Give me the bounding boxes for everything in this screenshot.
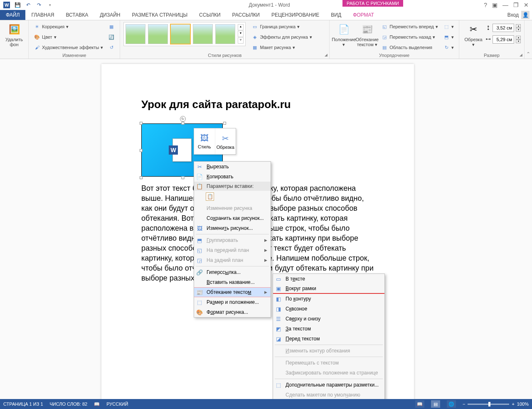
tab-view[interactable]: ВИД (325, 10, 347, 20)
reset-pic-button[interactable]: ↺ (106, 43, 116, 52)
height-input[interactable] (493, 24, 514, 32)
handle-tl[interactable] (140, 122, 143, 125)
send-back-icon: ◲ (381, 34, 388, 40)
view-web-layout[interactable]: 🌐 (447, 400, 456, 408)
color-button[interactable]: 🎨Цвет ▾ (32, 32, 105, 42)
zoom-value[interactable]: 100% (517, 402, 529, 407)
size-launcher-icon[interactable]: ◢ (520, 53, 522, 57)
ctx-format-picture[interactable]: 🎨Формат рисунка... (194, 307, 271, 317)
close-icon[interactable]: ✕ (524, 2, 529, 8)
style-thumb-1[interactable] (126, 24, 145, 44)
wrap-square[interactable]: ▣Вокруг рамки (273, 284, 384, 294)
wrap-text-button[interactable]: 📰 Обтекание текстом ▾ (356, 22, 378, 47)
height-up[interactable]: ▴ (516, 24, 521, 28)
collapse-ribbon[interactable]: ⌃ (525, 20, 532, 59)
style-thumb-5[interactable] (215, 24, 235, 44)
ribbon-display-icon[interactable]: ▣ (492, 2, 498, 8)
ctx-cut[interactable]: ✂Вырезать (194, 162, 271, 172)
send-backward-button[interactable]: ◲Переместить назад ▾ (379, 32, 440, 42)
ctx-copy[interactable]: 📄Копировать (194, 172, 271, 182)
rotate-button[interactable]: ↻▾ (441, 43, 456, 52)
ctx-wrap-text[interactable]: 📰Обтекание текстом▶ (194, 287, 271, 297)
zoom-in[interactable]: + (512, 402, 514, 407)
wrap-through[interactable]: ◨Сквозное (273, 304, 384, 314)
tab-review[interactable]: РЕЦЕНЗИРОВАНИЕ (266, 10, 325, 20)
artistic-effects-button[interactable]: 🖌Художественные эффекты ▾ (32, 43, 105, 52)
remove-background-button[interactable]: 🖼️ Удалить фон (3, 22, 25, 47)
styles-gallery[interactable]: ▴ ▾ ▿ (123, 22, 246, 46)
tab-mailings[interactable]: РАССЫЛКИ (227, 10, 266, 20)
ctx-hyperlink[interactable]: 🔗Гиперссылка... (194, 267, 271, 277)
wrap-top-bottom[interactable]: ☰Сверху и снизу (273, 314, 384, 324)
undo-icon[interactable]: ↶ (23, 0, 33, 10)
group-button[interactable]: ⬒▾ (441, 32, 456, 42)
width-input-row: ⭤ ▴▾ (486, 35, 521, 44)
word-icon: W (2, 0, 12, 10)
group-label-adjust: Изменение (32, 53, 116, 58)
height-down[interactable]: ▾ (516, 28, 521, 32)
help-icon[interactable]: ? (484, 2, 487, 8)
crop-button[interactable]: ✂ Обрезка ▾ (463, 22, 484, 47)
wrap-inline[interactable]: ▭В тексте (273, 274, 384, 284)
status-page[interactable]: СТРАНИЦА 1 ИЗ 1 (3, 402, 43, 407)
ctx-change-picture[interactable]: 🖼Изменить рисунок... (194, 223, 271, 233)
compress-icon: ▦ (108, 23, 115, 30)
ctx-save-as-picture[interactable]: Сохранить как рисунок... (194, 213, 271, 223)
sign-in[interactable]: Вход 👤 (507, 10, 532, 20)
width-up[interactable]: ▴ (516, 36, 521, 39)
compress-pic-button[interactable]: ▦ (106, 22, 116, 31)
restore-icon[interactable]: ❐ (513, 2, 519, 8)
view-read-mode[interactable]: 📖 (415, 400, 424, 408)
tab-format[interactable]: ФОРМАТ (347, 10, 380, 20)
wrap-in-front[interactable]: ◪Перед текстом (273, 334, 384, 344)
handle-tc[interactable] (182, 122, 185, 125)
tab-design[interactable]: ДИЗАЙН (94, 10, 126, 20)
selection-pane-button[interactable]: ▤Область выделения (379, 43, 440, 52)
redo-icon[interactable]: ↷ (34, 0, 44, 10)
status-proofing-icon[interactable]: 📖 (94, 402, 100, 407)
ribbon: 🖼️ Удалить фон ☀Коррекция ▾ 🎨Цвет ▾ 🖌Худ… (0, 20, 532, 59)
wrap-tight[interactable]: ◧По контуру (273, 294, 384, 304)
view-print-layout[interactable]: ▤ (431, 400, 440, 408)
handle-bc[interactable] (182, 176, 185, 179)
picture-effects-button[interactable]: ◈Эффекты для рисунка ▾ (250, 32, 313, 42)
paste-keep-formatting[interactable]: 📋 (206, 192, 214, 201)
zoom-out[interactable]: − (463, 402, 465, 407)
change-pic-button[interactable]: 🔄 (106, 32, 116, 42)
width-input[interactable] (493, 35, 514, 44)
handle-bl[interactable] (140, 176, 143, 179)
tab-references[interactable]: ССЫЛКИ (193, 10, 226, 20)
rotate-handle[interactable]: ↻ (180, 116, 186, 122)
ctx-size-position[interactable]: ⬚Размер и положение... (194, 297, 271, 307)
handle-ml[interactable] (140, 149, 143, 152)
zoom-slider[interactable] (468, 404, 509, 405)
tab-insert[interactable]: ВСТАВКА (60, 10, 94, 20)
style-thumb-4[interactable] (193, 24, 213, 44)
wrap-behind[interactable]: ◩За текстом (273, 324, 384, 334)
link-icon: 🔗 (196, 269, 203, 276)
align-button[interactable]: ⬚▾ (441, 22, 456, 31)
tab-page-layout[interactable]: РАЗМЕТКА СТРАНИЦЫ (126, 10, 194, 20)
handle-tr[interactable] (223, 122, 226, 125)
style-thumb-2[interactable] (148, 24, 168, 44)
corrections-button[interactable]: ☀Коррекция ▾ (32, 22, 105, 31)
qat-more-icon[interactable]: ▾ (45, 0, 55, 10)
status-words[interactable]: ЧИСЛО СЛОВ: 82 (50, 402, 88, 407)
style-thumb-3[interactable] (170, 24, 190, 44)
picture-border-button[interactable]: ▭Граница рисунка ▾ (250, 22, 313, 31)
save-icon[interactable]: 💾 (12, 0, 22, 10)
bring-forward-button[interactable]: ◱Переместить вперед ▾ (379, 22, 440, 31)
ctx-insert-caption[interactable]: Вставить название... (194, 277, 271, 287)
minimize-icon[interactable]: — (502, 2, 508, 8)
change-icon: 🔄 (108, 34, 115, 40)
wrap-more-layout-options[interactable]: ⬚Дополнительные параметры разметки... (273, 380, 384, 390)
position-button[interactable]: 📄 Положение ▾ (333, 22, 355, 47)
status-language[interactable]: РУССКИЙ (106, 402, 128, 407)
mini-style-button[interactable]: 🖼 Стиль (194, 128, 215, 154)
tab-file[interactable]: ФАЙЛ (0, 10, 25, 20)
mini-crop-button[interactable]: ✂ Обрезка (215, 128, 236, 154)
tab-home[interactable]: ГЛАВНАЯ (25, 10, 60, 20)
picture-layout-button[interactable]: ▦Макет рисунка ▾ (250, 43, 313, 52)
styles-launcher-icon[interactable]: ◢ (325, 53, 328, 57)
width-down[interactable]: ▾ (516, 39, 521, 43)
